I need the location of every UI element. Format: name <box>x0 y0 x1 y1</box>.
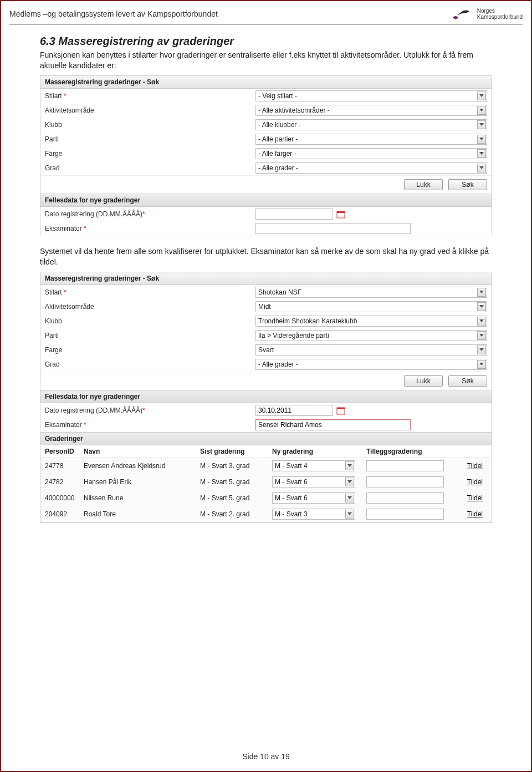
chevron-down-icon <box>345 494 354 502</box>
cell-sist: M - Svart 5. grad <box>200 478 272 486</box>
aktivitet-select[interactable]: Midt <box>255 301 487 312</box>
lukk-button[interactable]: Lukk <box>404 375 443 387</box>
parti-select[interactable]: - Alle partier - <box>255 134 487 145</box>
intro-paragraph-1: Funksjonen kan benyttes i stilarter hvor… <box>40 50 492 71</box>
eksaminator-input[interactable] <box>255 223 411 234</box>
chevron-down-icon <box>477 149 486 158</box>
tildel-link[interactable]: Tildel <box>467 462 483 470</box>
grad-select[interactable]: - Alle grader - <box>255 359 487 370</box>
dato-label: Dato registrering (DD.MM.ÅÅÅÅ) <box>45 407 142 414</box>
logo: Norges Kampsportforbund <box>452 7 523 21</box>
stilart-label: Stilart <box>45 92 62 100</box>
farge-select[interactable]: - Alle farger - <box>255 148 487 159</box>
search-panel-filled: Masseregistrering graderinger - Søk Stil… <box>40 272 492 523</box>
svg-rect-3 <box>337 211 345 213</box>
sok-button[interactable]: Søk <box>448 179 487 190</box>
page-header: Medlems –og betalingssystem levert av Ka… <box>9 7 523 25</box>
cell-name: Hansen Pål Erik <box>84 478 200 486</box>
tildel-link[interactable]: Tildel <box>467 494 483 502</box>
calendar-icon[interactable] <box>336 406 345 415</box>
eksaminator-label: Eksaminator <box>45 225 82 232</box>
tillegg-input[interactable] <box>366 492 444 504</box>
intro-paragraph-2: Systemet vil da hente frem alle som kval… <box>40 246 492 267</box>
cell-pid: 24782 <box>45 478 84 486</box>
aktivitet-select[interactable]: - Alle aktivitetsområder - <box>255 105 487 116</box>
cell-sist: M - Svart 5. grad <box>200 494 272 502</box>
stilart-select[interactable]: Shotokan NSF <box>255 287 487 298</box>
ny-gradering-select[interactable]: M - Svart 4 <box>272 460 355 471</box>
eksaminator-input[interactable] <box>255 419 411 430</box>
search-panel-empty: Masseregistrering graderinger - Søk Stil… <box>40 75 492 236</box>
tillegg-input[interactable] <box>366 509 444 520</box>
svg-rect-5 <box>337 408 345 409</box>
dato-input[interactable] <box>255 209 333 220</box>
chevron-down-icon <box>477 302 486 311</box>
farge-label: Farge <box>45 346 255 354</box>
ny-gradering-select[interactable]: M - Svart 6 <box>272 492 355 504</box>
parti-label: Parti <box>45 135 255 143</box>
chevron-down-icon <box>477 164 486 172</box>
aktivitet-label: Aktivitetsområde <box>45 303 255 311</box>
klubb-label: Klubb <box>45 317 255 325</box>
table-row: 24778 Evensen Andreas Kjeldsrud M - Svar… <box>40 458 492 474</box>
tildel-link[interactable]: Tildel <box>467 478 483 486</box>
parti-label: Parti <box>45 332 255 339</box>
cell-sist: M - Svart 3. grad <box>200 462 272 470</box>
ny-gradering-select[interactable]: M - Svart 3 <box>272 509 355 520</box>
col-till: Tilleggsgradering <box>366 448 449 455</box>
table-row: 204092 Roald Tore M - Svart 2. grad M - … <box>40 506 492 522</box>
cell-pid: 24778 <box>45 462 84 470</box>
sok-button[interactable]: Søk <box>448 375 487 387</box>
logo-text-2: Kampsportforbund <box>477 14 523 20</box>
cell-name: Nilssen Rune <box>84 494 200 502</box>
calendar-icon[interactable] <box>336 210 345 219</box>
chevron-down-icon <box>477 288 486 297</box>
parti-select[interactable]: Ila > Videregående parti <box>255 330 487 341</box>
dato-input[interactable] <box>255 405 333 416</box>
tillegg-input[interactable] <box>366 460 444 471</box>
stilart-label: Stilart <box>45 288 62 296</box>
tillegg-input[interactable] <box>366 476 444 487</box>
chevron-down-icon <box>477 106 486 115</box>
klubb-select[interactable]: - Alle klubber - <box>255 119 487 130</box>
chevron-down-icon <box>477 92 486 100</box>
svg-rect-1 <box>453 17 458 18</box>
col-sist: Sist gradering <box>200 448 272 455</box>
logo-icon <box>452 7 474 21</box>
dato-label: Dato registrering (DD.MM.ÅÅÅÅ) <box>45 210 142 218</box>
chevron-down-icon <box>345 478 354 486</box>
grad-table-header: PersonID Navn Sist gradering Ny graderin… <box>40 445 492 458</box>
chevron-down-icon <box>477 346 486 354</box>
klubb-select[interactable]: Trondheim Shotokan Karateklubb <box>255 316 487 327</box>
lukk-button[interactable]: Lukk <box>404 179 443 190</box>
col-ny: Ny gradering <box>272 448 366 455</box>
chevron-down-icon <box>477 135 486 144</box>
chevron-down-icon <box>345 461 354 470</box>
klubb-label: Klubb <box>45 121 255 129</box>
panel2-subtitle: Fellesdata for nye graderinger <box>40 390 492 403</box>
panel1-title: Masseregistrering graderinger - Søk <box>40 76 492 89</box>
graderinger-title: Graderinger <box>40 432 492 445</box>
grad-label: Grad <box>45 360 255 368</box>
header-title: Medlems –og betalingssystem levert av Ka… <box>9 9 218 18</box>
chevron-down-icon <box>477 120 486 129</box>
grad-label: Grad <box>45 164 255 172</box>
chevron-down-icon <box>477 331 486 340</box>
cell-sist: M - Svart 2. grad <box>200 510 272 518</box>
grad-select[interactable]: - Alle grader - <box>255 162 487 174</box>
table-row: 24782 Hansen Pål Erik M - Svart 5. grad … <box>40 474 492 490</box>
ny-gradering-select[interactable]: M - Svart 6 <box>272 476 355 487</box>
chevron-down-icon <box>477 360 486 369</box>
chevron-down-icon <box>477 317 486 326</box>
cell-name: Evensen Andreas Kjeldsrud <box>84 462 200 470</box>
chevron-down-icon <box>345 510 354 519</box>
tildel-link[interactable]: Tildel <box>467 510 483 518</box>
stilart-select[interactable]: - Velg stilart - <box>255 90 487 101</box>
cell-name: Roald Tore <box>84 510 200 518</box>
panel2-title: Masseregistrering graderinger - Søk <box>40 272 492 285</box>
cell-pid: 204092 <box>45 510 84 518</box>
logo-text-1: Norges <box>477 8 523 14</box>
panel1-subtitle: Fellesdata for nye graderinger <box>40 194 492 207</box>
farge-select[interactable]: Svart <box>255 344 487 355</box>
farge-label: Farge <box>45 150 255 158</box>
